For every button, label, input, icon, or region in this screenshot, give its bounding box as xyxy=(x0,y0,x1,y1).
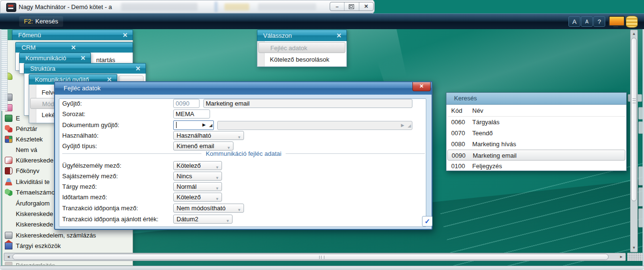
horizontal-scrollbar[interactable]: ◄ ► xyxy=(4,253,626,261)
row-name: Feljegyzés xyxy=(472,161,502,172)
vertical-scrollbar-thumb[interactable] xyxy=(631,38,637,201)
row-name: Tárgyalás xyxy=(472,117,500,128)
sajatszemely-dropdown[interactable]: Nincs ▼ xyxy=(173,172,222,181)
table-row[interactable]: 0080 Marketing hívás xyxy=(447,139,625,150)
vertical-scrollbar[interactable]: ▲ ▼ xyxy=(630,30,638,252)
valasszon-window-body: Fejléc adatok Kötelező besorolások xyxy=(257,41,347,67)
close-icon[interactable]: ✕ xyxy=(80,53,86,63)
gyujto-code-input[interactable] xyxy=(173,99,200,108)
row-code: 0090 xyxy=(452,150,466,161)
sidebar-item[interactable]: Kiskereskedelem, számlázás xyxy=(2,231,133,240)
valasszon-item-fejlec-adatok[interactable]: Fejléc adatok xyxy=(258,42,345,53)
idotartam-dropdown[interactable]: Kötelező ▼ xyxy=(173,193,222,202)
dokumentum-gyujto-combo[interactable]: ▶ ◢ xyxy=(173,120,214,130)
scroll-down-button[interactable]: ▼ xyxy=(631,245,637,251)
targy-dropdown[interactable]: Normál ▼ xyxy=(173,182,222,191)
kommunikacio-window-titlebar[interactable]: Kommunikáció ✕ xyxy=(19,53,91,63)
table-header-row: Kód Név xyxy=(447,106,625,117)
scroll-left-button[interactable]: ◄ xyxy=(5,254,12,260)
sidebar-item-label: Kiskereskede xyxy=(16,220,53,229)
gyujto-name-input[interactable] xyxy=(203,99,412,108)
font-larger-button[interactable]: A xyxy=(568,16,580,27)
fomenu-title: Főmenü xyxy=(18,32,41,39)
help-label: ? xyxy=(598,18,601,25)
dropdown-arrow-icon: ▼ xyxy=(215,184,219,193)
ugyfelszemely-dropdown[interactable]: Kötelező ▼ xyxy=(173,161,222,170)
keres-panel: Keresés Kód Név 0060 Tárgyalás 0070 Teen… xyxy=(446,92,627,171)
close-icon[interactable]: ✕ xyxy=(71,43,76,53)
struktura-window-titlebar[interactable]: Struktúra ✕ xyxy=(24,63,146,74)
dialog-titlebar[interactable]: Fejléc adatok xyxy=(55,82,432,95)
ajanlott-ertek-dropdown[interactable]: Dátum2 ▼ xyxy=(173,215,233,224)
sidebar-item[interactable]: Tárgyi eszközök xyxy=(2,241,133,251)
valasszon-title: Válasszon xyxy=(263,32,292,39)
dropdown-arrow-icon: ▼ xyxy=(226,217,230,225)
restore-icon xyxy=(349,4,354,9)
sidebar-item[interactable]: Bérszámfejtés xyxy=(2,261,133,266)
f2-search-shortcut[interactable]: F2:Keresés xyxy=(19,16,63,27)
background-window-ghost xyxy=(121,3,198,11)
menu-item-label: Fejléc adatok xyxy=(270,44,307,52)
table-row-selected[interactable]: 0090 Marketing email xyxy=(447,150,625,161)
gyujto-tipus-dropdown[interactable]: Kimenő email ▼ xyxy=(173,141,233,151)
keres-panel-titlebar[interactable]: Keresés xyxy=(446,93,626,105)
dialog-close-button[interactable]: ✕ xyxy=(412,82,431,91)
scroll-left-icon: ◄ xyxy=(7,255,11,259)
dokumentum-gyujto-secondary-combo[interactable]: ▶ ◢ xyxy=(217,121,412,130)
database-coins-icon[interactable] xyxy=(626,16,638,28)
table-row[interactable]: 0060 Tárgyalás xyxy=(447,117,625,128)
window-title: Nagy Machinátor - Demó kötet - a xyxy=(19,3,112,11)
scroll-up-button[interactable]: ▲ xyxy=(631,31,637,37)
hasznalhato-dropdown[interactable]: Használható ▼ xyxy=(173,131,244,140)
column-header-nev[interactable]: Név xyxy=(472,106,483,116)
sidebar-item-label: Áruforgalom xyxy=(16,199,50,208)
valasszon-window-titlebar[interactable]: Válasszon ✕ xyxy=(257,30,347,41)
f2-action-label: Keresés xyxy=(35,18,58,25)
table-row[interactable]: 0100 Feljegyzés xyxy=(447,161,625,172)
column-header-kod[interactable]: Kód xyxy=(451,106,462,116)
sorozat-input[interactable] xyxy=(173,109,210,119)
resize-grip[interactable] xyxy=(627,253,643,261)
close-icon[interactable]: ✕ xyxy=(135,64,141,74)
close-icon[interactable]: ✕ xyxy=(336,30,342,41)
lookup-arrow-icon[interactable]: ▶ xyxy=(202,122,206,127)
fejlec-adatok-dialog: Fejléc adatok ✕ Gyűjtő: Sorozat: Dokumen… xyxy=(54,81,433,230)
sidebar-item-label: Külkereskede xyxy=(16,156,54,165)
corner-resize-icon[interactable]: ◢ xyxy=(209,123,212,128)
row-name: Marketing email xyxy=(473,150,517,161)
text-caret xyxy=(176,122,177,128)
fomenu-window-titlebar[interactable]: Főmenü ✕ xyxy=(12,30,133,40)
tranzakcio-idopontja-dropdown[interactable]: Nem módosítható ▼ xyxy=(173,204,244,213)
horizontal-scrollbar-thumb[interactable] xyxy=(12,254,609,260)
sidebar-item-label: Likviditási te xyxy=(16,177,50,187)
crm-partial-menu-item[interactable]: ntartás xyxy=(96,56,115,64)
field-label: Tárgy mező: xyxy=(62,183,97,190)
minimize-icon: – xyxy=(336,4,339,10)
scroll-right-button[interactable]: ► xyxy=(618,254,625,260)
confirm-check-button[interactable]: ✓ xyxy=(422,216,433,227)
monitor-icon[interactable] xyxy=(609,16,625,26)
corner-resize-icon: ◢ xyxy=(408,123,411,128)
dropdown-arrow-icon: ▼ xyxy=(215,195,219,203)
dropdown-value: Használható xyxy=(177,132,211,139)
field-label: Gyűjtő típus: xyxy=(62,142,97,150)
sidebar-item-label: Témaelszámo xyxy=(16,188,55,197)
dropdown-value: Kimenő email xyxy=(177,142,214,150)
row-name: Teendő xyxy=(472,128,493,139)
minimize-button[interactable]: – xyxy=(330,2,344,11)
restore-button[interactable] xyxy=(344,2,359,11)
font-smaller-button[interactable]: A xyxy=(581,16,593,27)
f2-key-label: F2: xyxy=(24,18,33,25)
close-icon[interactable]: ✕ xyxy=(122,30,128,40)
house-icon xyxy=(5,242,12,249)
crm-window-titlebar[interactable]: CRM ✕ xyxy=(15,42,133,53)
close-button[interactable]: ✕ xyxy=(359,2,373,11)
chart-icon xyxy=(5,115,12,122)
font-smaller-label: A xyxy=(585,19,588,24)
table-row[interactable]: 0070 Teendő xyxy=(447,128,625,139)
valasszon-item-kotelezo-besorolasok[interactable]: Kötelező besorolások xyxy=(258,54,357,65)
help-button[interactable]: ? xyxy=(593,16,605,27)
sidebar-item-label: E xyxy=(16,114,20,123)
panel-edge-grip xyxy=(1,30,8,111)
window-titlebar[interactable]: Nagy Machinátor - Demó kötet - a – ✕ xyxy=(0,0,375,13)
